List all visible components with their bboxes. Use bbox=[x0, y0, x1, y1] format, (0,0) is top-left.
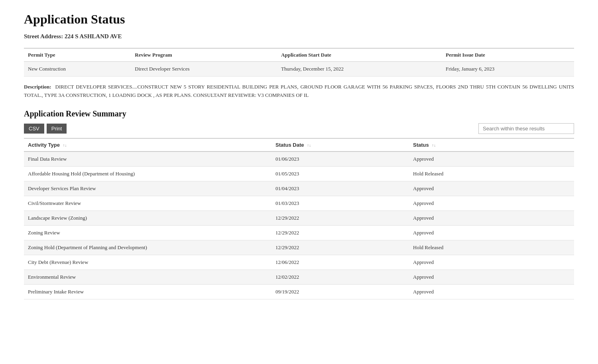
table-row: Zoning Review12/29/2022Approved bbox=[24, 225, 574, 240]
search-container bbox=[478, 123, 574, 134]
review-table-header-row: Activity Type ↑↓ Status Date ↑↓ Status ↑… bbox=[24, 138, 574, 152]
status-date-cell: 01/04/2023 bbox=[271, 181, 409, 196]
street-address: Street Address: 224 S ASHLAND AVE bbox=[24, 33, 574, 40]
description-text: DIRECT DEVELOPER SERVICES....CONSTRUCT N… bbox=[24, 84, 574, 98]
review-table: Activity Type ↑↓ Status Date ↑↓ Status ↑… bbox=[24, 138, 574, 299]
activity-cell: Zoning Review bbox=[24, 225, 271, 240]
status-cell: Approved bbox=[409, 211, 574, 225]
status-cell: Approved bbox=[409, 225, 574, 240]
csv-button[interactable]: CSV bbox=[24, 124, 44, 134]
activity-sort-icon[interactable]: ↑↓ bbox=[63, 143, 67, 148]
table-row: Zoning Hold (Department of Planning and … bbox=[24, 240, 574, 255]
activity-type-header: Activity Type ↑↓ bbox=[24, 138, 271, 152]
status-date-cell: 09/19/2022 bbox=[271, 284, 409, 299]
page-title: Application Status bbox=[24, 12, 574, 27]
table-row: Landscape Review (Zoning)12/29/2022Appro… bbox=[24, 211, 574, 225]
review-program-header: Review Program bbox=[131, 48, 277, 62]
activity-cell: Developer Services Plan Review bbox=[24, 181, 271, 196]
review-program-cell: Direct Developer Services bbox=[131, 62, 277, 77]
toolbar: CSV Print bbox=[24, 123, 574, 134]
toolbar-left: CSV Print bbox=[24, 124, 67, 134]
table-row: Civil/Stormwater Review01/03/2023Approve… bbox=[24, 196, 574, 211]
table-row: City Debt (Revenue) Review12/06/2022Appr… bbox=[24, 255, 574, 270]
status-date-cell: 12/29/2022 bbox=[271, 211, 409, 225]
status-date-cell: 12/29/2022 bbox=[271, 225, 409, 240]
review-table-body: Final Data Review01/06/2023ApprovedAffor… bbox=[24, 152, 574, 299]
status-cell: Approved bbox=[409, 152, 574, 167]
status-cell: Approved bbox=[409, 270, 574, 284]
status-date-cell: 12/29/2022 bbox=[271, 240, 409, 255]
status-date-sort-icon[interactable]: ↑↓ bbox=[307, 143, 311, 148]
status-cell: Approved bbox=[409, 196, 574, 211]
table-row: Preliminary Intake Review09/19/2022Appro… bbox=[24, 284, 574, 299]
status-date-header: Status Date ↑↓ bbox=[271, 138, 409, 152]
status-cell: Approved bbox=[409, 255, 574, 270]
application-start-date-cell: Thursday, December 15, 2022 bbox=[277, 62, 442, 77]
status-sort-icon[interactable]: ↑↓ bbox=[432, 143, 436, 148]
application-start-date-header: Application Start Date bbox=[277, 48, 442, 62]
description-block: Description: DIRECT DEVELOPER SERVICES..… bbox=[24, 83, 574, 100]
permit-table-row: New Construction Direct Developer Servic… bbox=[24, 62, 574, 77]
review-summary-title: Application Review Summary bbox=[24, 109, 574, 118]
status-header: Status ↑↓ bbox=[409, 138, 574, 152]
status-date-cell: 12/06/2022 bbox=[271, 255, 409, 270]
activity-cell: Zoning Hold (Department of Planning and … bbox=[24, 240, 271, 255]
status-cell: Hold Released bbox=[409, 240, 574, 255]
description-label: Description: bbox=[24, 84, 51, 90]
permit-issue-date-cell: Friday, January 6, 2023 bbox=[442, 62, 574, 77]
status-date-cell: 01/05/2023 bbox=[271, 166, 409, 181]
status-cell: Approved bbox=[409, 284, 574, 299]
table-row: Environmental Review12/02/2022Approved bbox=[24, 270, 574, 284]
print-button[interactable]: Print bbox=[47, 124, 67, 134]
status-date-cell: 01/03/2023 bbox=[271, 196, 409, 211]
permit-type-header: Permit Type bbox=[24, 48, 131, 62]
status-cell: Hold Released bbox=[409, 166, 574, 181]
activity-cell: Environmental Review bbox=[24, 270, 271, 284]
activity-cell: Preliminary Intake Review bbox=[24, 284, 271, 299]
status-date-cell: 01/06/2023 bbox=[271, 152, 409, 167]
table-row: Final Data Review01/06/2023Approved bbox=[24, 152, 574, 167]
permit-type-cell: New Construction bbox=[24, 62, 131, 77]
search-input[interactable] bbox=[478, 123, 574, 134]
permit-issue-date-header: Permit Issue Date bbox=[442, 48, 574, 62]
status-date-cell: 12/02/2022 bbox=[271, 270, 409, 284]
activity-cell: City Debt (Revenue) Review bbox=[24, 255, 271, 270]
activity-cell: Civil/Stormwater Review bbox=[24, 196, 271, 211]
activity-cell: Landscape Review (Zoning) bbox=[24, 211, 271, 225]
activity-cell: Affordable Housing Hold (Department of H… bbox=[24, 166, 271, 181]
table-row: Developer Services Plan Review01/04/2023… bbox=[24, 181, 574, 196]
activity-cell: Final Data Review bbox=[24, 152, 271, 167]
status-cell: Approved bbox=[409, 181, 574, 196]
permit-table: Permit Type Review Program Application S… bbox=[24, 48, 574, 77]
table-row: Affordable Housing Hold (Department of H… bbox=[24, 166, 574, 181]
